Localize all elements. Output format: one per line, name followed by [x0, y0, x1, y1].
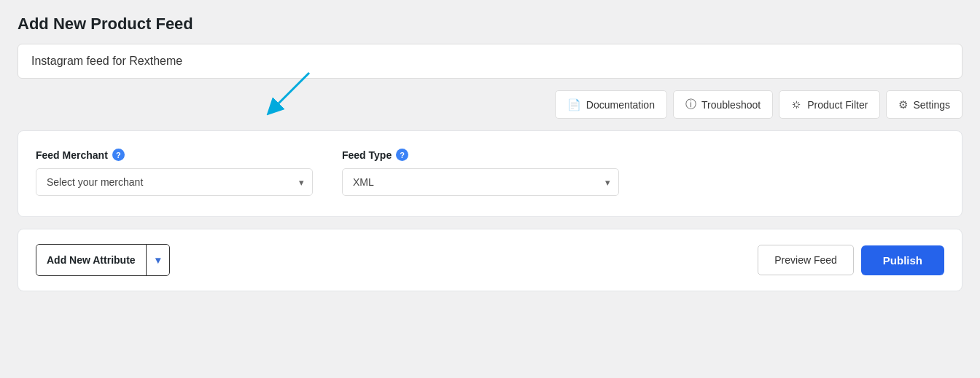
publish-button[interactable]: Publish [861, 245, 944, 275]
product-filter-label: Product Filter [807, 99, 868, 111]
feed-name-wrapper [18, 44, 962, 79]
settings-label: Settings [913, 99, 950, 111]
feed-name-input[interactable] [18, 44, 962, 79]
settings-button[interactable]: ⚙ Settings [886, 90, 962, 119]
feed-merchant-select[interactable]: Select your merchant [36, 168, 313, 196]
feed-merchant-help-icon[interactable]: ? [112, 149, 125, 161]
feed-type-group: Feed Type ? XML CSV TSV JSON ▾ [342, 149, 619, 196]
action-buttons: Preview Feed Publish [758, 245, 944, 275]
preview-feed-button[interactable]: Preview Feed [758, 245, 854, 275]
troubleshoot-label: Troubleshoot [701, 99, 761, 111]
add-attribute-button[interactable]: Add New Attribute ▾ [36, 244, 170, 276]
documentation-button[interactable]: 📄 Documentation [555, 90, 667, 119]
fields-row: Feed Merchant ? Select your merchant ▾ F… [36, 149, 944, 196]
product-filter-button[interactable]: ⛭ Product Filter [779, 90, 880, 119]
feed-type-help-icon[interactable]: ? [396, 149, 408, 161]
page-title: Add New Product Feed [18, 15, 962, 34]
document-icon: 📄 [567, 98, 581, 111]
filter-icon: ⛭ [791, 98, 802, 111]
troubleshoot-button[interactable]: ⓘ Troubleshoot [673, 90, 773, 119]
gear-icon: ⚙ [898, 98, 908, 111]
bottom-bar: Add New Attribute ▾ Preview Feed Publish [18, 229, 962, 291]
add-attribute-chevron-icon[interactable]: ▾ [147, 247, 169, 273]
info-icon: ⓘ [685, 98, 696, 111]
feed-merchant-label: Feed Merchant ? [36, 149, 313, 161]
feed-config-card: Feed Merchant ? Select your merchant ▾ F… [18, 130, 962, 217]
feed-type-label: Feed Type ? [342, 149, 619, 161]
feed-type-select-wrapper: XML CSV TSV JSON ▾ [342, 168, 619, 196]
feed-type-select[interactable]: XML CSV TSV JSON [342, 168, 619, 196]
feed-merchant-select-wrapper: Select your merchant ▾ [36, 168, 313, 196]
feed-merchant-group: Feed Merchant ? Select your merchant ▾ [36, 149, 313, 196]
documentation-label: Documentation [586, 99, 655, 111]
toolbar: 📄 Documentation ⓘ Troubleshoot ⛭ Product… [18, 90, 962, 119]
add-attribute-label: Add New Attribute [36, 247, 146, 273]
